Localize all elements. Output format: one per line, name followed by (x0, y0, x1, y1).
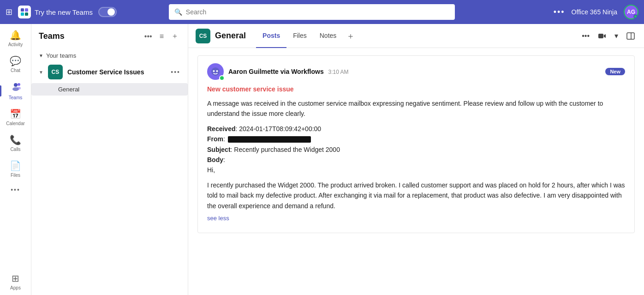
topbar-logo-label: Try the new Teams (35, 8, 93, 16)
tab-posts[interactable]: Posts (256, 24, 286, 48)
rail-item-chat[interactable]: 💬 Chat (3, 52, 29, 77)
channel-avatar-initials: CS (199, 33, 207, 39)
svg-rect-1 (25, 8, 28, 12)
chat-icon: 💬 (10, 55, 21, 66)
team-name-cs: Customer Service Issues (67, 68, 166, 76)
avatar-online-dot (633, 14, 638, 18)
tab-files[interactable]: Files (286, 24, 313, 48)
calendar-icon: 📅 (10, 108, 21, 120)
channel-item-general[interactable]: General (31, 83, 188, 96)
from-redacted: : (223, 135, 312, 143)
sidebar: Teams ••• ≡ ＋ ▼ Your teams ▼ CS Customer… (31, 24, 188, 295)
message-body: A message was received in the customer s… (207, 98, 625, 223)
search-icon: 🔍 (174, 8, 182, 16)
channel-header-name: General (215, 31, 246, 41)
team-item-cs[interactable]: ▼ CS Customer Service Issues ••• (31, 61, 188, 83)
sidebar-header: Teams ••• ≡ ＋ (31, 24, 188, 48)
message-author-block: Aaron Guilmette via Workflows 3:10 AM (228, 68, 349, 75)
apps-icon: ⊞ (12, 273, 19, 284)
team-more-button[interactable]: ••• (171, 68, 180, 76)
team-avatar-cs: CS (48, 65, 63, 79)
message-avatar-status-dot (219, 75, 225, 81)
rail-label-chat: Chat (11, 68, 20, 73)
sidebar-more-button[interactable]: ••• (143, 30, 154, 42)
message-from: From: (207, 134, 625, 144)
received-label: Received (207, 125, 235, 132)
search-bar[interactable]: 🔍 (169, 4, 455, 20)
channel-more-button[interactable]: ••• (580, 30, 591, 42)
message-area: Aaron Guilmette via Workflows 3:10 AM Ne… (188, 48, 644, 295)
rail-item-activity[interactable]: 🔔 Activity (3, 26, 29, 51)
topbar: ⊞ Try the new Teams 🔍 ••• Office 365 Nin… (0, 0, 644, 24)
rail-label-calendar: Calendar (6, 121, 25, 126)
message-subject: New customer service issue (207, 85, 625, 93)
message-header: Aaron Guilmette via Workflows 3:10 AM Ne… (207, 63, 625, 80)
rail-item-teams[interactable]: Teams (3, 78, 29, 104)
more-icon: ••• (11, 186, 20, 193)
files-icon: 📄 (10, 160, 21, 171)
subject-value: : Recently purchased the Widget 2000 (231, 146, 340, 153)
body-label: Body (207, 156, 223, 163)
message-time: 3:10 AM (328, 69, 349, 75)
svg-rect-0 (21, 8, 24, 12)
message-avatar-wrap (207, 63, 224, 80)
message-new-badge: New (605, 68, 625, 75)
rail-item-files[interactable]: 📄 Files (3, 157, 29, 181)
see-less-link[interactable]: see less (207, 214, 229, 223)
rail-label-activity: Activity (8, 42, 23, 47)
sidebar-filter-button[interactable]: ≡ (158, 30, 166, 42)
teams-icon (11, 81, 21, 94)
chevron-down-icon: ▼ (39, 53, 43, 58)
grid-icon[interactable]: ⊞ (6, 7, 12, 17)
sidebar-add-button[interactable]: ＋ (169, 30, 180, 43)
activity-icon: 🔔 (10, 30, 21, 41)
tab-notes[interactable]: Notes (313, 24, 343, 48)
subject-label: Subject (207, 146, 231, 153)
icon-rail: 🔔 Activity 💬 Chat Teams 📅 Calendar 📞 (0, 24, 31, 295)
svg-point-6 (18, 83, 20, 86)
content-area: CS General Posts Files Notes ＋ ••• (188, 24, 644, 295)
rail-label-apps: Apps (10, 285, 21, 290)
rail-label-files: Files (11, 173, 20, 178)
your-teams-section[interactable]: ▼ Your teams (31, 48, 188, 61)
svg-rect-8 (598, 34, 603, 38)
your-teams-label: Your teams (46, 52, 76, 59)
sidebar-title: Teams (39, 31, 139, 41)
svg-point-4 (14, 83, 18, 87)
tab-posts-label: Posts (262, 32, 280, 39)
new-teams-toggle[interactable] (98, 7, 117, 17)
rail-item-apps[interactable]: ⊞ Apps (3, 269, 29, 294)
team-collapse-icon: ▼ (39, 70, 43, 75)
message-received: Received: 2024-01-17T08:09:42+00:00 (207, 124, 625, 134)
message-greeting: Hi, (207, 165, 625, 175)
team-avatar-initials: CS (52, 69, 60, 75)
rail-item-more[interactable]: ••• (3, 182, 29, 197)
side-panel-button[interactable] (625, 30, 637, 42)
channel-name-general: General (58, 86, 79, 93)
rail-item-calendar[interactable]: 📅 Calendar (3, 105, 29, 130)
message-intro: A message was received in the customer s… (207, 98, 625, 119)
chevron-down-button[interactable]: ▾ (613, 30, 620, 42)
svg-point-14 (216, 70, 218, 72)
message-body-label: Body: (207, 155, 625, 165)
message-subject-line: Subject: Recently purchased the Widget 2… (207, 144, 625, 155)
tab-files-label: Files (293, 32, 307, 39)
channel-tabs: Posts Files Notes ＋ (256, 24, 358, 48)
avatar[interactable]: AG (624, 5, 638, 19)
message-author: Aaron Guilmette via Workflows (228, 68, 324, 75)
svg-point-12 (211, 67, 220, 76)
svg-marker-9 (604, 34, 606, 38)
topbar-more-button[interactable]: ••• (554, 7, 565, 17)
channel-header: CS General Posts Files Notes ＋ ••• (188, 24, 644, 48)
svg-rect-2 (21, 12, 24, 16)
rail-label-teams: Teams (9, 95, 22, 100)
video-call-button[interactable] (596, 30, 608, 42)
channel-header-right: ••• ▾ (580, 30, 637, 42)
rail-item-calls[interactable]: 📞 Calls (3, 131, 29, 156)
from-label: From (207, 135, 223, 143)
search-input[interactable] (186, 8, 449, 16)
teams-logo[interactable]: Try the new Teams (18, 6, 93, 18)
svg-point-7 (17, 87, 21, 90)
channel-header-avatar: CS (196, 29, 210, 43)
tab-add-button[interactable]: ＋ (343, 24, 358, 48)
